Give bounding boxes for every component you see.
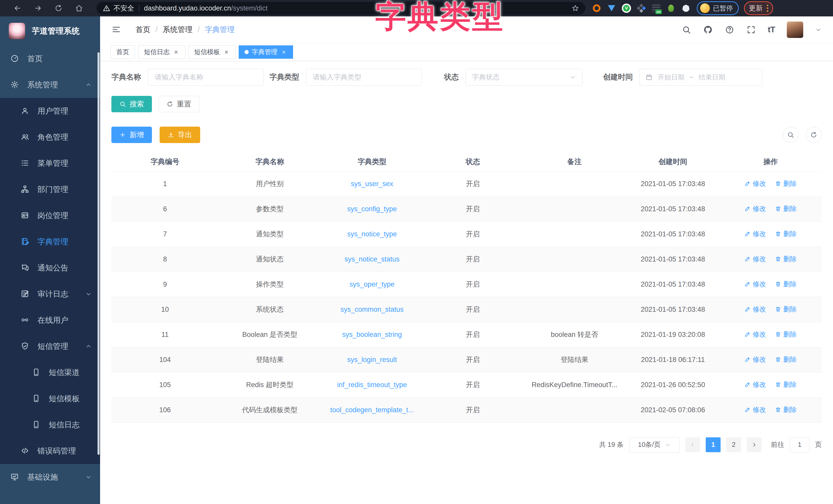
export-button[interactable]: 导出 — [160, 127, 200, 143]
close-icon[interactable]: × — [223, 49, 230, 55]
dict-type-link[interactable]: sys_boolean_string — [342, 331, 402, 338]
page-1-button[interactable]: 1 — [706, 437, 721, 452]
breadcrumb-item[interactable]: 字典管理 — [205, 25, 235, 35]
dict-type-link[interactable]: sys_config_type — [347, 205, 397, 213]
sidebar-item-dict[interactable]: 字典管理 — [0, 229, 100, 255]
edit-button[interactable]: 修改 — [744, 280, 766, 289]
edit-button[interactable]: 修改 — [744, 355, 766, 364]
goto-page-input[interactable] — [790, 437, 809, 452]
dict-type-input[interactable] — [306, 69, 422, 85]
reset-button[interactable]: 重置 — [159, 96, 199, 112]
github-icon[interactable] — [703, 25, 713, 34]
dict-type-link[interactable]: sys_notice_status — [344, 255, 400, 263]
prev-page-button[interactable] — [685, 437, 700, 452]
breadcrumb-item[interactable]: 首页 — [136, 25, 150, 35]
paused-extension-badge[interactable]: 已暂停 — [697, 1, 739, 15]
delete-button[interactable]: 删除 — [775, 305, 796, 314]
add-button[interactable]: 新增 — [111, 127, 152, 143]
user-avatar[interactable] — [787, 22, 803, 38]
sidebar-item-system[interactable]: 系统管理 — [0, 72, 100, 98]
tab-sms-template[interactable]: 短信模板 × — [188, 45, 236, 59]
delete-button[interactable]: 删除 — [775, 380, 796, 389]
edit-button[interactable]: 修改 — [744, 255, 766, 263]
search-button[interactable]: 搜索 — [111, 96, 152, 112]
sidebar-item-sms-template[interactable]: 短信模板 — [0, 385, 100, 412]
delete-button[interactable]: 删除 — [775, 229, 796, 238]
target-icon[interactable] — [592, 4, 601, 13]
font-size-icon[interactable]: tT — [768, 25, 775, 34]
gem-icon[interactable] — [607, 4, 616, 13]
sidebar-item-dept[interactable]: 部门管理 — [0, 176, 100, 203]
grid-icon[interactable] — [637, 4, 646, 13]
date-range-picker[interactable]: 开始日期 ~ 结束日期 — [640, 69, 762, 85]
sidebar-item-post[interactable]: 岗位管理 — [0, 203, 100, 229]
delete-button[interactable]: 删除 — [775, 179, 796, 188]
sidebar-item-online-user[interactable]: 在线用户 — [0, 307, 100, 333]
dict-type-link[interactable]: sys_notice_type — [347, 230, 397, 238]
sidebar-item-menu[interactable]: 菜单管理 — [0, 150, 100, 176]
delete-button[interactable]: 删除 — [775, 330, 796, 339]
edit-button[interactable]: 修改 — [744, 405, 766, 414]
sidebar-item-notice[interactable]: 通知公告 — [0, 255, 100, 281]
edit-button[interactable]: 修改 — [744, 229, 766, 238]
delete-button[interactable]: 删除 — [775, 405, 796, 414]
sidebar-item-user[interactable]: 用户管理 — [0, 98, 100, 124]
terminal-on-icon[interactable]: on — [651, 4, 661, 13]
forward-icon[interactable] — [31, 1, 45, 16]
status-select[interactable]: 字典状态 — [466, 69, 582, 85]
delete-button[interactable]: 删除 — [775, 204, 796, 213]
sidebar-scrollbar[interactable] — [97, 52, 100, 455]
reload-icon[interactable] — [51, 1, 66, 16]
page-2-button[interactable]: 2 — [726, 437, 741, 452]
edit-button[interactable]: 修改 — [744, 330, 766, 339]
edit-button[interactable]: 修改 — [744, 380, 766, 389]
home-icon[interactable] — [72, 1, 86, 16]
show-search-button[interactable] — [783, 127, 799, 143]
sidebar-item-role[interactable]: 角色管理 — [0, 124, 100, 150]
update-button[interactable]: 更新 — [744, 1, 773, 15]
sidebar-item-infra[interactable]: 基础设施 — [0, 464, 100, 490]
bookmark-star-icon[interactable] — [571, 4, 579, 12]
dict-type-link[interactable]: sys_login_result — [347, 356, 397, 363]
breadcrumb-item[interactable]: 系统管理 — [163, 25, 192, 35]
dict-type-link[interactable]: sys_oper_type — [350, 280, 395, 288]
hamburger-icon[interactable] — [111, 25, 122, 35]
sidebar-item-error-code[interactable]: 错误码管理 — [0, 438, 100, 464]
fullscreen-icon[interactable] — [746, 25, 756, 34]
delete-button[interactable]: 删除 — [775, 255, 796, 263]
tab-sms-log[interactable]: 短信日志 × — [138, 45, 185, 59]
close-icon[interactable]: × — [173, 49, 180, 55]
back-icon[interactable] — [10, 1, 25, 16]
browser-menu-icon[interactable] — [767, 5, 768, 12]
dict-name-input[interactable] — [148, 69, 264, 85]
delete-button[interactable]: 删除 — [775, 355, 796, 364]
delete-button[interactable]: 删除 — [775, 280, 796, 289]
page-size-select[interactable]: 10条/页 — [629, 437, 680, 452]
not-secure-warning-icon[interactable] — [103, 4, 110, 12]
search-icon[interactable] — [682, 25, 691, 34]
v-badge-icon[interactable]: V — [622, 4, 631, 13]
tab-dict[interactable]: 字典管理 × — [239, 45, 293, 59]
help-icon[interactable] — [725, 25, 735, 34]
dict-type-link[interactable]: sys_user_sex — [351, 180, 393, 188]
paw-icon[interactable] — [681, 4, 691, 13]
sprout-icon[interactable] — [666, 4, 676, 13]
sidebar-item-home[interactable]: 首页 — [0, 46, 100, 72]
edit-button[interactable]: 修改 — [744, 204, 766, 213]
sidebar-item-sms-channel[interactable]: 短信渠道 — [0, 359, 100, 385]
edit-button[interactable]: 修改 — [744, 305, 766, 314]
chevron-down-icon[interactable] — [815, 26, 822, 33]
address-bar[interactable]: 不安全 dashboard.yudao.iocoder.cn/system/di… — [96, 2, 585, 15]
sidebar-item-audit-log[interactable]: 审计日志 — [0, 281, 100, 307]
app-logo[interactable]: 芋道管理系统 — [0, 17, 100, 46]
dict-type-link[interactable]: tool_codegen_template_t... — [330, 406, 414, 414]
refresh-table-button[interactable] — [806, 127, 822, 143]
tab-home[interactable]: 首页 — [110, 45, 135, 59]
dict-type-link[interactable]: sys_common_status — [340, 306, 404, 313]
close-icon[interactable]: × — [281, 49, 287, 55]
next-page-button[interactable] — [747, 437, 762, 452]
sidebar-item-sms[interactable]: 短信管理 — [0, 333, 100, 359]
sidebar-item-sms-log[interactable]: 短信日志 — [0, 412, 100, 438]
edit-button[interactable]: 修改 — [744, 179, 766, 188]
dict-type-link[interactable]: inf_redis_timeout_type — [337, 381, 407, 388]
